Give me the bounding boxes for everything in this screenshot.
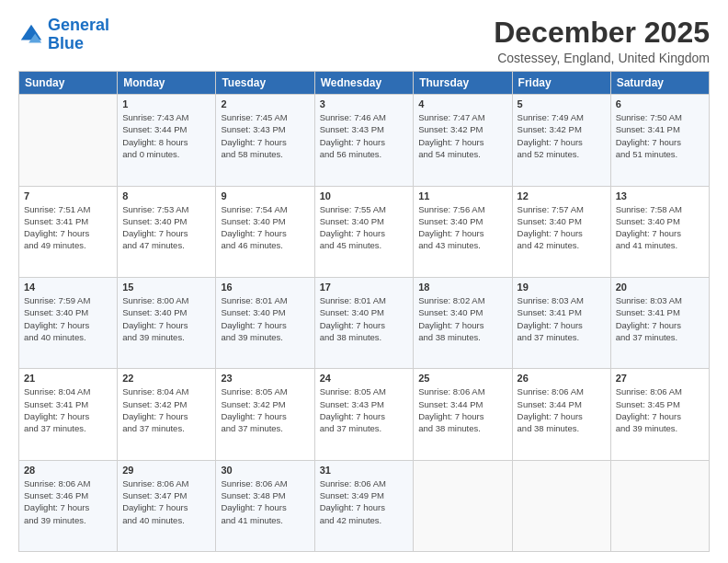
day-number: 4 <box>418 98 506 109</box>
day-number: 11 <box>418 190 506 201</box>
day-info: Sunrise: 7:57 AMSunset: 3:40 PMDaylight:… <box>518 203 606 252</box>
day-cell: 14Sunrise: 7:59 AMSunset: 3:40 PMDayligh… <box>19 277 118 368</box>
week-row-5: 28Sunrise: 8:06 AMSunset: 3:46 PMDayligh… <box>19 460 710 551</box>
day-info: Sunrise: 8:06 AMSunset: 3:48 PMDaylight:… <box>221 477 309 526</box>
day-info: Sunrise: 7:58 AMSunset: 3:40 PMDaylight:… <box>616 203 704 252</box>
day-info: Sunrise: 7:46 AMSunset: 3:43 PMDaylight:… <box>320 111 409 160</box>
day-cell: 2Sunrise: 7:45 AMSunset: 3:43 PMDaylight… <box>216 95 314 186</box>
day-info: Sunrise: 7:53 AMSunset: 3:40 PMDaylight:… <box>122 203 210 252</box>
day-info: Sunrise: 7:59 AMSunset: 3:40 PMDaylight:… <box>24 294 112 343</box>
day-cell: 29Sunrise: 8:06 AMSunset: 3:47 PMDayligh… <box>118 460 216 551</box>
day-info: Sunrise: 8:04 AMSunset: 3:42 PMDaylight:… <box>122 385 210 434</box>
day-number: 18 <box>418 282 506 293</box>
day-cell <box>610 460 709 551</box>
day-info: Sunrise: 8:04 AMSunset: 3:41 PMDaylight:… <box>24 385 112 434</box>
day-number: 3 <box>320 98 409 109</box>
logo-line2: Blue <box>48 34 84 52</box>
day-cell: 9Sunrise: 7:54 AMSunset: 3:40 PMDaylight… <box>216 186 314 277</box>
day-cell: 13Sunrise: 7:58 AMSunset: 3:40 PMDayligh… <box>610 186 709 277</box>
day-cell: 1Sunrise: 7:43 AMSunset: 3:44 PMDaylight… <box>118 95 216 186</box>
day-info: Sunrise: 7:50 AMSunset: 3:41 PMDaylight:… <box>616 111 704 160</box>
day-cell <box>414 460 512 551</box>
day-cell: 24Sunrise: 8:05 AMSunset: 3:43 PMDayligh… <box>314 369 414 460</box>
day-number: 23 <box>221 373 309 384</box>
day-number: 8 <box>122 190 210 201</box>
day-number: 17 <box>320 282 409 293</box>
day-cell: 30Sunrise: 8:06 AMSunset: 3:48 PMDayligh… <box>216 460 314 551</box>
day-number: 31 <box>320 465 409 476</box>
header: General Blue December 2025 Costessey, En… <box>18 17 710 65</box>
day-info: Sunrise: 7:56 AMSunset: 3:40 PMDaylight:… <box>418 203 506 252</box>
day-cell: 15Sunrise: 8:00 AMSunset: 3:40 PMDayligh… <box>118 277 216 368</box>
day-info: Sunrise: 7:55 AMSunset: 3:40 PMDaylight:… <box>320 203 409 252</box>
day-header-monday: Monday <box>118 72 216 95</box>
day-info: Sunrise: 8:06 AMSunset: 3:45 PMDaylight:… <box>616 385 704 434</box>
logo-text: General Blue <box>48 17 109 53</box>
day-cell: 5Sunrise: 7:49 AMSunset: 3:42 PMDaylight… <box>512 95 610 186</box>
day-number: 13 <box>616 190 704 201</box>
day-info: Sunrise: 7:51 AMSunset: 3:41 PMDaylight:… <box>24 203 112 252</box>
day-header-saturday: Saturday <box>610 72 709 95</box>
day-info: Sunrise: 8:06 AMSunset: 3:47 PMDaylight:… <box>122 477 210 526</box>
day-info: Sunrise: 7:43 AMSunset: 3:44 PMDaylight:… <box>122 111 210 160</box>
day-info: Sunrise: 7:45 AMSunset: 3:43 PMDaylight:… <box>221 111 309 160</box>
logo-line1: General <box>48 16 109 34</box>
day-cell <box>19 95 118 186</box>
day-cell: 26Sunrise: 8:06 AMSunset: 3:44 PMDayligh… <box>512 369 610 460</box>
subtitle: Costessey, England, United Kingdom <box>494 51 710 65</box>
day-number: 24 <box>320 373 409 384</box>
day-number: 28 <box>24 465 112 476</box>
day-number: 12 <box>518 190 606 201</box>
day-cell: 7Sunrise: 7:51 AMSunset: 3:41 PMDaylight… <box>19 186 118 277</box>
svg-marker-0 <box>21 25 41 40</box>
header-row: SundayMondayTuesdayWednesdayThursdayFrid… <box>19 72 710 95</box>
day-cell: 8Sunrise: 7:53 AMSunset: 3:40 PMDaylight… <box>118 186 216 277</box>
day-cell: 6Sunrise: 7:50 AMSunset: 3:41 PMDaylight… <box>610 95 709 186</box>
day-number: 5 <box>518 98 606 109</box>
day-number: 25 <box>418 373 506 384</box>
day-number: 2 <box>221 98 309 109</box>
day-header-thursday: Thursday <box>414 72 512 95</box>
day-cell: 20Sunrise: 8:03 AMSunset: 3:41 PMDayligh… <box>610 277 709 368</box>
day-info: Sunrise: 8:06 AMSunset: 3:46 PMDaylight:… <box>24 477 112 526</box>
week-row-1: 1Sunrise: 7:43 AMSunset: 3:44 PMDaylight… <box>19 95 710 186</box>
week-row-2: 7Sunrise: 7:51 AMSunset: 3:41 PMDaylight… <box>19 186 710 277</box>
day-info: Sunrise: 7:54 AMSunset: 3:40 PMDaylight:… <box>221 203 309 252</box>
day-cell: 11Sunrise: 7:56 AMSunset: 3:40 PMDayligh… <box>414 186 512 277</box>
day-header-tuesday: Tuesday <box>216 72 314 95</box>
day-cell: 27Sunrise: 8:06 AMSunset: 3:45 PMDayligh… <box>610 369 709 460</box>
day-header-wednesday: Wednesday <box>314 72 414 95</box>
day-number: 9 <box>221 190 309 201</box>
day-number: 29 <box>122 465 210 476</box>
day-cell: 25Sunrise: 8:06 AMSunset: 3:44 PMDayligh… <box>414 369 512 460</box>
day-number: 27 <box>616 373 704 384</box>
day-number: 22 <box>122 373 210 384</box>
title-section: December 2025 Costessey, England, United… <box>494 17 710 65</box>
logo: General Blue <box>18 17 109 53</box>
day-info: Sunrise: 8:05 AMSunset: 3:43 PMDaylight:… <box>320 385 409 434</box>
day-cell: 31Sunrise: 8:06 AMSunset: 3:49 PMDayligh… <box>314 460 414 551</box>
day-cell: 19Sunrise: 8:03 AMSunset: 3:41 PMDayligh… <box>512 277 610 368</box>
week-row-4: 21Sunrise: 8:04 AMSunset: 3:41 PMDayligh… <box>19 369 710 460</box>
day-number: 15 <box>122 282 210 293</box>
day-number: 26 <box>518 373 606 384</box>
day-info: Sunrise: 7:49 AMSunset: 3:42 PMDaylight:… <box>518 111 606 160</box>
day-number: 16 <box>221 282 309 293</box>
calendar: SundayMondayTuesdayWednesdayThursdayFrid… <box>18 71 710 552</box>
day-info: Sunrise: 8:06 AMSunset: 3:44 PMDaylight:… <box>518 385 606 434</box>
day-cell: 28Sunrise: 8:06 AMSunset: 3:46 PMDayligh… <box>19 460 118 551</box>
day-cell: 22Sunrise: 8:04 AMSunset: 3:42 PMDayligh… <box>118 369 216 460</box>
day-number: 10 <box>320 190 409 201</box>
day-cell: 4Sunrise: 7:47 AMSunset: 3:42 PMDaylight… <box>414 95 512 186</box>
day-number: 19 <box>518 282 606 293</box>
logo-icon <box>18 22 44 48</box>
day-number: 21 <box>24 373 112 384</box>
day-number: 20 <box>616 282 704 293</box>
day-cell: 3Sunrise: 7:46 AMSunset: 3:43 PMDaylight… <box>314 95 414 186</box>
calendar-header: SundayMondayTuesdayWednesdayThursdayFrid… <box>19 72 710 95</box>
day-number: 14 <box>24 282 112 293</box>
day-cell: 12Sunrise: 7:57 AMSunset: 3:40 PMDayligh… <box>512 186 610 277</box>
main-title: December 2025 <box>494 17 710 49</box>
day-info: Sunrise: 8:01 AMSunset: 3:40 PMDaylight:… <box>320 294 409 343</box>
day-cell: 16Sunrise: 8:01 AMSunset: 3:40 PMDayligh… <box>216 277 314 368</box>
